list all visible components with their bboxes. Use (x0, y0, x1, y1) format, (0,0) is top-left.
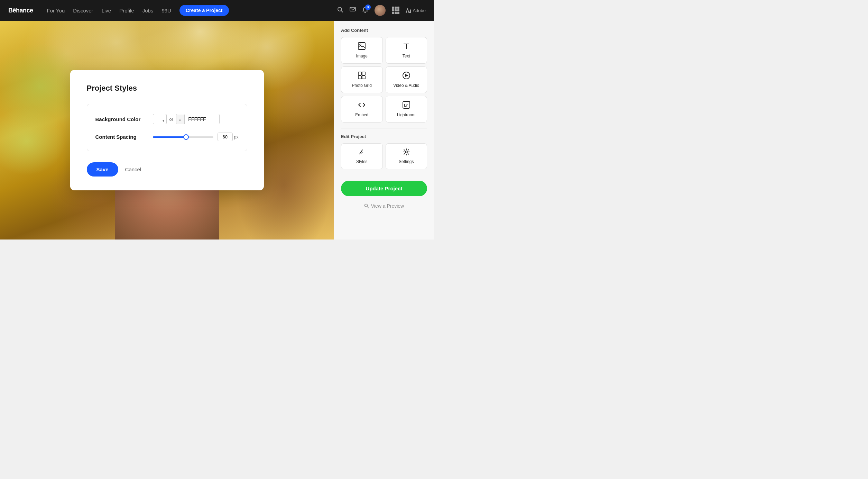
sidebar-item-styles[interactable]: Styles (341, 143, 383, 169)
logo[interactable]: Bēhance (8, 7, 33, 14)
styles-label: Styles (356, 159, 368, 164)
sidebar-divider (341, 128, 427, 128)
background-color-row: Background Color ▼ or # (95, 114, 239, 124)
svg-marker-4 (409, 8, 411, 13)
preview-search-icon (364, 204, 369, 208)
svg-point-17 (405, 151, 407, 153)
adobe-logo: Adobe (406, 8, 426, 13)
color-swatch-wrap: ▼ or # (153, 114, 220, 124)
color-swatch[interactable]: ▼ (153, 114, 167, 124)
embed-label: Embed (355, 112, 368, 117)
sidebar-item-text[interactable]: Text (386, 37, 427, 64)
lightroom-label: Lightroom (397, 112, 415, 117)
edit-project-section: Edit Project Styles (341, 134, 427, 169)
slider-thumb[interactable] (183, 134, 189, 140)
content-spacing-label: Content Spacing (95, 134, 147, 140)
apps-grid-icon[interactable] (392, 7, 399, 14)
notifications-icon[interactable]: 9 (362, 7, 368, 15)
nav-99u[interactable]: 99U (161, 8, 171, 13)
text-label: Text (403, 54, 410, 58)
sidebar-item-settings[interactable]: Settings (386, 143, 427, 169)
hex-input[interactable] (185, 114, 219, 124)
sidebar-item-embed[interactable]: Embed (341, 96, 383, 123)
sidebar-item-photo-grid[interactable]: Photo Grid (341, 66, 383, 93)
content-spacing-row: Content Spacing px (95, 133, 239, 141)
embed-icon (358, 101, 366, 110)
sidebar-divider-2 (341, 175, 427, 175)
video-icon (403, 72, 410, 81)
text-icon (403, 42, 410, 52)
or-label: or (169, 117, 174, 122)
nav-live[interactable]: Live (102, 8, 111, 13)
edit-project-grid: Styles Settings (341, 143, 427, 169)
nav-discover[interactable]: Discover (73, 8, 93, 13)
add-content-section: Add Content Image (341, 28, 427, 123)
svg-rect-10 (362, 72, 365, 75)
update-project-button[interactable]: Update Project (341, 181, 427, 196)
nav-for-you[interactable]: For You (47, 8, 65, 13)
hex-hash: # (176, 115, 185, 124)
modal-actions: Save Cancel (87, 162, 247, 177)
sidebar: Add Content Image (334, 21, 434, 240)
sidebar-item-video-audio[interactable]: Video & Audio (386, 66, 427, 93)
image-icon (358, 42, 366, 52)
slider-track[interactable] (153, 136, 213, 138)
add-content-title: Add Content (341, 28, 427, 33)
video-audio-label: Video & Audio (393, 83, 419, 88)
slider-value-input[interactable] (218, 133, 233, 141)
settings-label: Settings (399, 159, 414, 164)
nav-jobs[interactable]: Jobs (142, 8, 154, 13)
nav-links: For You Discover Live Profile Jobs 99U C… (47, 5, 328, 16)
add-content-grid: Image Text (341, 37, 427, 123)
canvas-area: Project Styles Background Color ▼ or # (0, 21, 334, 240)
save-button[interactable]: Save (87, 162, 118, 177)
svg-rect-2 (350, 7, 355, 11)
svg-rect-12 (362, 76, 365, 79)
photo-grid-icon (358, 72, 366, 81)
notification-badge: 9 (365, 4, 371, 10)
modal-overlay: Project Styles Background Color ▼ or # (0, 21, 334, 240)
svg-marker-14 (405, 74, 408, 77)
nav-profile[interactable]: Profile (119, 8, 134, 13)
svg-line-19 (367, 207, 369, 208)
create-project-button[interactable]: Create a Project (179, 5, 229, 16)
edit-project-title: Edit Project (341, 134, 427, 139)
sidebar-item-image[interactable]: Image (341, 37, 383, 64)
nav-right: 9 Adobe (337, 5, 426, 16)
svg-text:Lr: Lr (404, 103, 408, 107)
modal-title: Project Styles (87, 84, 247, 93)
slider-unit: px (234, 135, 239, 139)
svg-rect-9 (358, 72, 361, 75)
main-layout: Project Styles Background Color ▼ or # (0, 21, 434, 240)
lightroom-icon: Lr (403, 101, 410, 110)
messages-icon[interactable] (350, 7, 356, 15)
search-icon[interactable] (337, 7, 343, 15)
styles-icon (358, 148, 365, 157)
avatar[interactable] (375, 5, 386, 16)
sidebar-item-lightroom[interactable]: Lr Lightroom (386, 96, 427, 123)
slider-fill (153, 136, 186, 138)
photo-grid-label: Photo Grid (352, 83, 372, 88)
slider-wrap: px (153, 133, 239, 141)
image-label: Image (356, 54, 368, 58)
svg-marker-3 (406, 8, 409, 13)
background-color-label: Background Color (95, 116, 147, 122)
cancel-button[interactable]: Cancel (125, 166, 141, 172)
color-swatch-arrow-icon: ▼ (162, 119, 165, 123)
settings-icon (403, 148, 410, 157)
modal-body: Background Color ▼ or # (87, 104, 247, 151)
svg-line-1 (341, 10, 343, 12)
preview-button[interactable]: View a Preview (341, 203, 427, 209)
project-styles-modal: Project Styles Background Color ▼ or # (70, 70, 264, 190)
hex-input-wrap: # (176, 114, 220, 124)
navbar: Bēhance For You Discover Live Profile Jo… (0, 0, 434, 21)
svg-rect-11 (358, 76, 361, 79)
slider-value-wrap: px (218, 133, 239, 141)
